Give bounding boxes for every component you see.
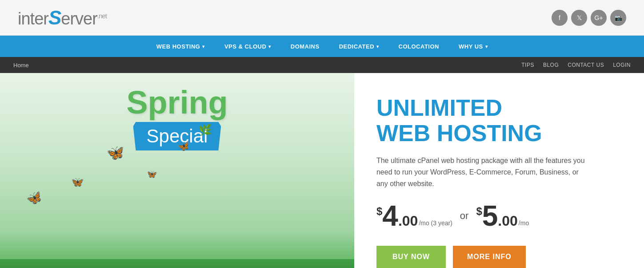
butterfly-4: 🦋 [146, 168, 158, 180]
promo-image: Spring Special 🌿 🦋 🦋 🦋 🦋 🦋 [0, 73, 354, 268]
promo-text: UNLIMITED WEB HOSTING The ultimate cPane… [354, 73, 644, 268]
nav-web-hosting[interactable]: WEB HOSTING ▾ [147, 36, 215, 57]
main-nav: WEB HOSTING ▾ VPS & CLOUD ▾ DOMAINS DEDI… [0, 36, 644, 57]
price-or: or [460, 210, 469, 222]
twitter-icon[interactable]: 𝕏 [571, 10, 587, 26]
price-period-2: /mo [519, 219, 529, 227]
more-info-button[interactable]: MORE INFO [453, 246, 526, 268]
butterfly-2: 🦋 [70, 175, 84, 189]
special-banner: Special 🌿 [133, 122, 221, 150]
butterfly-3: 🦋 [106, 143, 125, 162]
pricing: $ 4.00 /mo (3 year) or $ 5.00 /mo [376, 202, 622, 230]
why-us-arrow-icon: ▾ [485, 44, 488, 49]
google-plus-icon[interactable]: G+ [591, 10, 607, 26]
spring-special-art: Spring Special 🌿 [88, 86, 266, 150]
flowers-area [0, 232, 354, 268]
vps-cloud-arrow-icon: ▾ [268, 44, 271, 49]
secondary-nav: Home TIPS BLOG CONTACT US LOGIN [0, 57, 644, 73]
tips-link[interactable]: TIPS [521, 62, 534, 68]
nav-vps-cloud[interactable]: VPS & CLOUD ▾ [215, 36, 281, 57]
nav-why-us[interactable]: WHY US ▾ [449, 36, 497, 57]
hosting-title: UNLIMITED WEB HOSTING [376, 95, 622, 146]
facebook-icon[interactable]: f [552, 10, 568, 26]
social-icons: f 𝕏 G+ 📷 [552, 10, 626, 26]
butterfly-5: 🦋 [177, 140, 191, 153]
nav-dedicated[interactable]: DEDICATED ▾ [329, 36, 389, 57]
grass [0, 259, 354, 268]
breadcrumb[interactable]: Home [13, 62, 29, 69]
price-block-1: $ 4.00 /mo (3 year) [376, 202, 452, 230]
instagram-icon[interactable]: 📷 [610, 10, 626, 26]
hosting-description: The ultimate cPanel web hosting package … [376, 155, 590, 189]
spring-text: Spring [88, 86, 266, 118]
price-main-2: 5.00 [482, 202, 518, 230]
nav-domains[interactable]: DOMAINS [281, 36, 329, 57]
butterfly-1: 🦋 [24, 189, 44, 208]
buttons: BUY NOW MORE INFO [376, 246, 622, 268]
header: interServer.net f 𝕏 G+ 📷 [0, 0, 644, 36]
logo-text: interServer.net [18, 7, 107, 29]
dollar-sign-2: $ [476, 205, 482, 218]
price-period-1: /mo (3 year) [419, 219, 452, 227]
logo[interactable]: interServer.net [18, 7, 107, 29]
contact-us-link[interactable]: CONTACT US [568, 62, 604, 68]
nav-colocation[interactable]: COLOCATION [389, 36, 449, 57]
secondary-links: TIPS BLOG CONTACT US LOGIN [521, 62, 631, 68]
dollar-sign-1: $ [376, 205, 382, 218]
dedicated-arrow-icon: ▾ [376, 44, 379, 49]
blog-link[interactable]: BLOG [543, 62, 559, 68]
login-link[interactable]: LOGIN [613, 62, 631, 68]
main-content: Spring Special 🌿 🦋 🦋 🦋 🦋 🦋 UNLIMITED WEB… [0, 73, 644, 268]
buy-now-button[interactable]: BUY NOW [376, 246, 446, 268]
price-main-1: 4.00 [382, 202, 418, 230]
price-block-2: $ 5.00 /mo [476, 202, 529, 230]
leaf-icon: 🌿 [199, 124, 212, 136]
web-hosting-arrow-icon: ▾ [202, 44, 205, 49]
